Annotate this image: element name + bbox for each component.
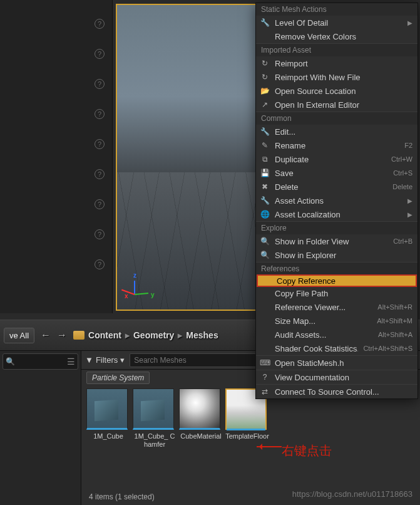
search-icon: 🔍 (6, 357, 15, 366)
search-icon: 🔍 (260, 236, 270, 246)
chevron-right-icon: ▸ (125, 330, 130, 340)
help-icon[interactable]: ? (95, 169, 105, 179)
reimport-icon: ↻ (260, 58, 270, 68)
help-icon[interactable]: ? (95, 199, 105, 209)
search-icon: 🔍 (260, 250, 270, 260)
asset-item[interactable]: 1M_Cube (86, 388, 130, 449)
menu-item[interactable]: 🔧Asset Actions▶ (256, 194, 417, 207)
menu-item-label: Reimport (275, 59, 412, 68)
menu-item[interactable]: ✎RenameF2 (256, 138, 417, 152)
menu-item[interactable]: 🔧Edit... (256, 125, 417, 138)
breadcrumb-item[interactable]: Meshes (186, 330, 218, 340)
folder-open-icon: 📂 (260, 86, 270, 96)
menu-item[interactable]: Remove Vertex Colors (256, 29, 417, 43)
reimport-icon: ↻ (260, 72, 270, 82)
delete-icon: ✖ (260, 182, 270, 192)
menu-item-label: Save (275, 169, 388, 178)
menu-item[interactable]: ?View Documentation (256, 370, 417, 384)
menu-item-label: Rename (275, 141, 399, 150)
menu-item[interactable]: Shader Cook Statistics...Ctrl+Alt+Shift+… (256, 341, 417, 355)
menu-shortcut: Ctrl+W (391, 155, 412, 163)
menu-item[interactable]: ↗Open In External Editor (256, 98, 417, 112)
menu-item[interactable]: 📂Open Source Location (256, 84, 417, 98)
menu-item[interactable]: 💾SaveCtrl+S (256, 166, 417, 180)
asset-label: 1M_Cube_ Chamfer (133, 432, 177, 449)
menu-item[interactable]: ⇄Connect To Source Control... (256, 385, 417, 398)
menu-item[interactable]: Audit Assets...Alt+Shift+A (256, 328, 417, 341)
menu-item[interactable]: ✖DeleteDelete (256, 180, 417, 194)
menu-item[interactable]: 🔍Show in Folder ViewCtrl+B (256, 234, 417, 248)
filter-tag[interactable]: Particle System (86, 372, 150, 384)
menu-item[interactable]: 🔧Level Of Detail▶ (256, 16, 417, 29)
menu-shortcut: Alt+Shift+M (377, 317, 412, 325)
menu-shortcut: Alt+Shift+R (377, 303, 412, 311)
help-icon[interactable]: ? (95, 79, 105, 89)
menu-item-label: Shader Cook Statistics... (275, 344, 358, 353)
help-icon[interactable]: ? (95, 139, 105, 149)
menu-item[interactable]: Copy File Path (256, 286, 417, 300)
save-icon: 💾 (260, 168, 270, 178)
asset-item[interactable]: CubeMaterial (179, 388, 223, 449)
help-icon[interactable]: ? (95, 109, 105, 119)
menu-item-label: Remove Vertex Colors (275, 32, 412, 41)
list-toggle-icon[interactable]: ☰ (67, 357, 75, 367)
menu-item[interactable]: ⧉DuplicateCtrl+W (256, 152, 417, 166)
asset-thumbnail (179, 388, 220, 430)
source-icon: ⇄ (260, 387, 270, 397)
menu-item[interactable]: Size Map...Alt+Shift+M (256, 314, 417, 328)
blank-icon (260, 31, 270, 41)
save-all-button[interactable]: ve All (4, 328, 34, 343)
wrench-icon: 🔧 (260, 195, 270, 206)
help-icon[interactable]: ? (95, 229, 105, 239)
breadcrumb[interactable]: Content ▸ Geometry ▸ Meshes (73, 330, 218, 340)
menu-item[interactable]: ↻Reimport (256, 56, 417, 70)
asset-item[interactable]: 1M_Cube_ Chamfer (133, 388, 177, 449)
menu-item[interactable]: 🌐Asset Localization▶ (256, 207, 417, 221)
menu-item[interactable]: ↻Reimport With New File (256, 70, 417, 84)
help-icon[interactable]: ? (95, 49, 105, 59)
menu-item[interactable]: ⌨Open StaticMesh.h (256, 356, 417, 370)
annotation-text: 右键点击 (282, 442, 332, 459)
menu-item-label: Asset Actions (275, 196, 402, 206)
blank-icon (260, 330, 270, 340)
chevron-down-icon: ▾ (120, 355, 125, 365)
code-icon: ⌨ (260, 358, 270, 368)
help-icon[interactable]: ? (95, 259, 105, 269)
menu-item[interactable]: Copy Reference (257, 274, 417, 287)
menu-item[interactable]: Reference Viewer...Alt+Shift+R (256, 300, 417, 314)
blank-icon (260, 316, 270, 326)
menu-shortcut: Ctrl+S (393, 169, 412, 177)
blank-icon (260, 302, 270, 312)
menu-shortcut: Delete (392, 183, 412, 190)
context-menu: Static Mesh Actions🔧Level Of Detail▶Remo… (255, 3, 418, 399)
menu-item-label: Open StaticMesh.h (275, 358, 412, 368)
filters-button[interactable]: ▼ Filters ▾ (85, 355, 125, 365)
menu-item-label: Level Of Detail (275, 18, 402, 28)
menu-section-header: Imported Asset (256, 43, 417, 56)
menu-item-label: Open Source Location (275, 86, 412, 96)
filter-icon: ▼ (85, 355, 93, 365)
asset-label: 1M_Cube (86, 432, 130, 440)
blank-icon (260, 343, 270, 353)
asset-thumbnail (86, 388, 128, 430)
external-icon: ↗ (260, 100, 270, 110)
details-panel: ? ? ? ? ? ? ? ? ? (0, 0, 113, 313)
menu-item-label: Duplicate (275, 155, 386, 164)
menu-item[interactable]: 🔍Show in Explorer (256, 248, 417, 262)
help-icon[interactable]: ? (95, 19, 105, 29)
menu-item-label: Delete (275, 182, 387, 192)
search-sources[interactable]: 🔍 ☰ (3, 353, 78, 370)
chevron-right-icon: ▶ (407, 197, 412, 204)
breadcrumb-item[interactable]: Geometry (133, 330, 174, 340)
breadcrumb-item[interactable]: Content (88, 330, 121, 340)
menu-item-label: Show in Folder View (275, 237, 388, 246)
blank-icon (260, 288, 270, 298)
chevron-right-icon: ▸ (178, 330, 182, 340)
folder-icon (73, 331, 85, 340)
menu-item-label: Audit Assets... (275, 330, 373, 340)
blank-icon (262, 276, 272, 286)
nav-back-icon[interactable]: ← (38, 328, 53, 342)
menu-item-label: Copy Reference (277, 276, 411, 286)
menu-item-label: Reference Viewer... (275, 303, 372, 312)
nav-forward-icon[interactable]: → (54, 328, 69, 342)
